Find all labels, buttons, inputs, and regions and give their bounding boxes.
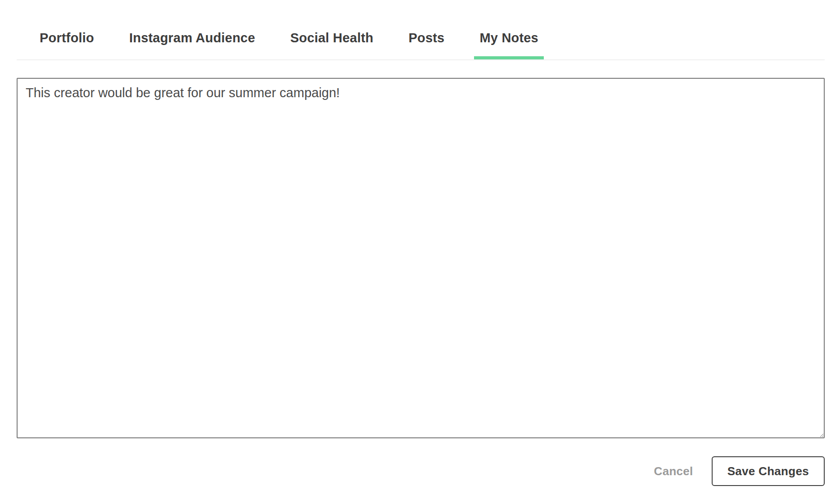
footer-actions: Cancel Save Changes xyxy=(17,456,825,486)
save-changes-button[interactable]: Save Changes xyxy=(712,456,825,486)
tab-instagram-audience[interactable]: Instagram Audience xyxy=(124,16,261,59)
notes-textarea[interactable]: This creator would be great for our summ… xyxy=(17,78,825,438)
creator-notes-panel: Portfolio Instagram Audience Social Heal… xyxy=(0,16,840,504)
tab-my-notes[interactable]: My Notes xyxy=(474,16,544,59)
cancel-button[interactable]: Cancel xyxy=(654,464,693,478)
tab-posts[interactable]: Posts xyxy=(403,16,450,59)
tab-social-health[interactable]: Social Health xyxy=(285,16,379,59)
tab-bar: Portfolio Instagram Audience Social Heal… xyxy=(17,16,825,60)
tab-portfolio[interactable]: Portfolio xyxy=(34,16,99,59)
